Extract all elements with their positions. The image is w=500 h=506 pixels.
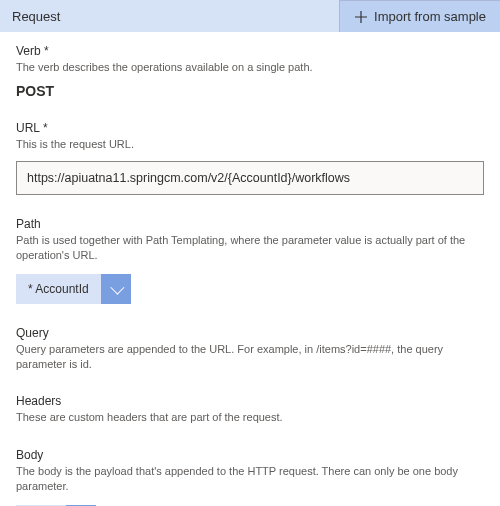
verb-label: Verb * [16, 44, 484, 58]
content-area: Verb * The verb describes the operations… [0, 32, 500, 506]
chevron-down-icon [110, 280, 124, 294]
import-from-sample-button[interactable]: Import from sample [339, 0, 500, 32]
url-input[interactable] [16, 161, 484, 195]
path-section: Path Path is used together with Path Tem… [16, 217, 484, 304]
panel-header: Request Import from sample [0, 0, 500, 32]
verb-desc: The verb describes the operations availa… [16, 60, 484, 75]
import-button-label: Import from sample [374, 9, 486, 24]
url-label: URL * [16, 121, 484, 135]
path-label: Path [16, 217, 484, 231]
plus-icon [354, 10, 368, 24]
verb-value: POST [16, 83, 484, 99]
url-desc: This is the request URL. [16, 137, 484, 152]
panel-title: Request [0, 0, 339, 32]
path-param-chip[interactable]: * AccountId [16, 274, 131, 304]
path-param-label: * AccountId [16, 274, 101, 304]
query-label: Query [16, 326, 484, 340]
verb-section: Verb * The verb describes the operations… [16, 44, 484, 99]
headers-label: Headers [16, 394, 484, 408]
query-desc: Query parameters are appended to the URL… [16, 342, 484, 373]
body-section: Body The body is the payload that's appe… [16, 448, 484, 506]
query-section: Query Query parameters are appended to t… [16, 326, 484, 373]
url-section: URL * This is the request URL. [16, 121, 484, 194]
body-label: Body [16, 448, 484, 462]
body-desc: The body is the payload that's appended … [16, 464, 484, 495]
headers-desc: These are custom headers that are part o… [16, 410, 484, 425]
headers-section: Headers These are custom headers that ar… [16, 394, 484, 425]
path-param-dropdown[interactable] [101, 274, 131, 304]
path-desc: Path is used together with Path Templati… [16, 233, 484, 264]
